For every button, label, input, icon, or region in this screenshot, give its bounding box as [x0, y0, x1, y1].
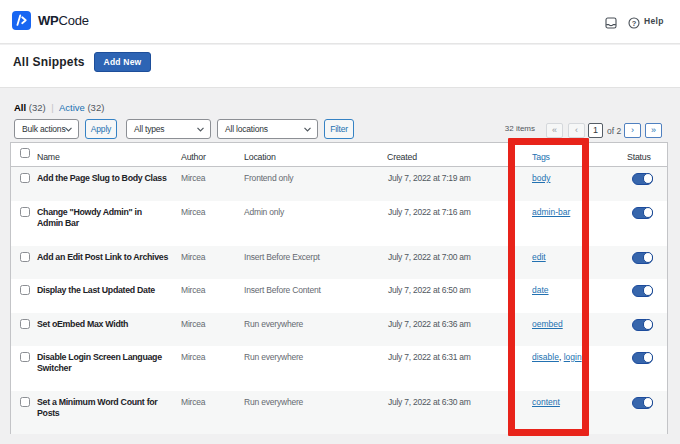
svg-text:?: ? — [632, 19, 637, 28]
